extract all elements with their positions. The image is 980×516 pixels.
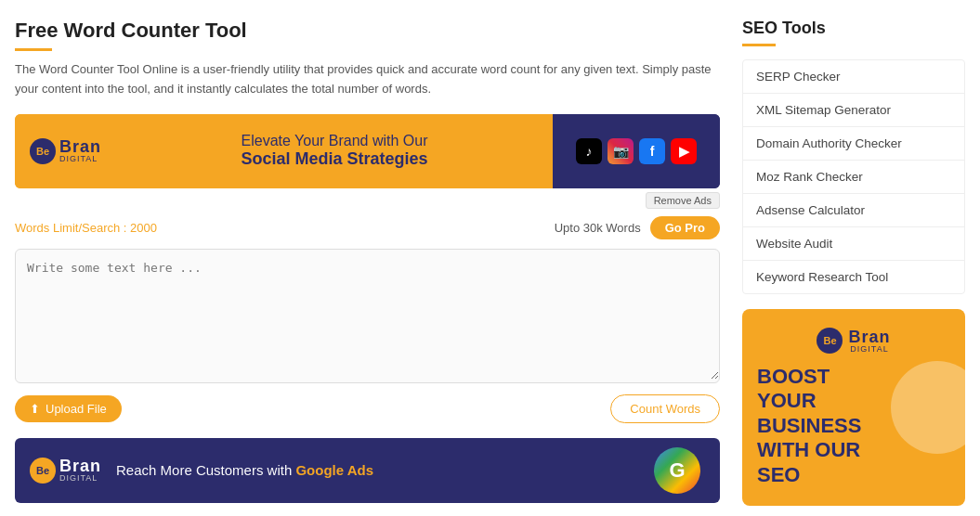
sidebar-item-domain[interactable]: Domain Authority Checker <box>743 127 964 161</box>
sidebar: SEO Tools SERP Checker XML Sitemap Gener… <box>742 19 965 506</box>
banner-logo-text: Bran DIGITAL <box>59 138 101 163</box>
count-words-button[interactable]: Count Words <box>610 394 720 423</box>
upload-label: Upload File <box>46 402 107 416</box>
sidebar-item-keyword[interactable]: Keyword Research Tool <box>743 261 964 293</box>
bottom-banner-ad: Be Bran DIGITAL Reach More Customers wit… <box>15 438 720 503</box>
words-limit-label: Words Limit/Search : 2000 <box>15 221 157 235</box>
sidebar-item-xml[interactable]: XML Sitemap Generator <box>743 94 964 127</box>
sidebar-underline <box>742 44 776 46</box>
page-description: The Word Counter Tool Online is a user-f… <box>15 60 720 99</box>
tiktok-icon: ♪ <box>576 138 602 164</box>
bottom-banner-text: Reach More Customers with Google Ads <box>116 462 373 478</box>
banner-social-icons: ♪ 📷 f ▶ <box>568 131 704 172</box>
banner-logo-area: Be Bran DIGITAL <box>15 114 116 188</box>
google-ads-icon: G <box>654 447 700 494</box>
bottom-text-before: Reach More Customers with <box>116 462 295 478</box>
sidebar-item-serp[interactable]: SERP Checker <box>743 60 964 94</box>
banner-right: ♪ 📷 f ▶ <box>553 114 720 188</box>
pro-area: Upto 30k Words Go Pro <box>555 216 720 239</box>
bottom-logo-text-area: Bran DIGITAL <box>59 458 101 483</box>
headline-line5: SEO <box>757 463 950 487</box>
sidebar-title: SEO Tools <box>742 19 965 38</box>
bottom-banner-logo: Be Bran DIGITAL <box>30 458 101 484</box>
banner-text2: Social Media Strategies <box>241 149 427 169</box>
sidebar-item-moz[interactable]: Moz Rank Checker <box>743 161 964 194</box>
page-layout: Free Word Counter Tool The Word Counter … <box>0 0 980 516</box>
banner-text1: Elevate Your Brand with Our <box>242 133 428 149</box>
sidebar-item-audit[interactable]: Website Audit <box>743 227 964 261</box>
upload-file-button[interactable]: ⬆ Upload File <box>15 395 122 422</box>
remove-ads-button[interactable]: Remove Ads <box>646 192 720 209</box>
go-pro-button[interactable]: Go Pro <box>650 216 720 239</box>
page-title: Free Word Counter Tool <box>15 19 720 43</box>
bottom-banner-icon: G <box>649 443 705 498</box>
top-banner-ad: Be Bran DIGITAL Elevate Your Brand with … <box>15 114 720 188</box>
upto-label: Upto 30k Words <box>555 221 641 235</box>
tool-bar: Words Limit/Search : 2000 Upto 30k Words… <box>15 216 720 239</box>
facebook-icon: f <box>639 138 665 164</box>
remove-ads-area: Remove Ads <box>15 192 720 209</box>
sidebar-ad-logo-text: Bran DIGITAL <box>848 329 890 354</box>
main-content: Free Word Counter Tool The Word Counter … <box>15 19 720 506</box>
bottom-text-bold: Google Ads <box>295 462 373 478</box>
text-input[interactable] <box>16 250 719 380</box>
banner-logo-circle: Be <box>30 138 56 164</box>
upload-icon: ⬆ <box>30 402 40 416</box>
buttons-row: ⬆ Upload File Count Words <box>15 394 720 423</box>
instagram-icon: 📷 <box>608 138 634 164</box>
youtube-icon: ▶ <box>671 138 697 164</box>
sidebar-ad: Be Bran DIGITAL BOOST YOUR BUSINESS WITH… <box>742 309 965 506</box>
sidebar-ad-logo-circle: Be <box>817 328 843 354</box>
title-underline <box>15 48 52 51</box>
sidebar-item-adsense[interactable]: Adsense Calculator <box>743 194 964 227</box>
sidebar-menu: SERP Checker XML Sitemap Generator Domai… <box>742 59 965 294</box>
bottom-logo-circle: Be <box>30 458 56 484</box>
banner-logo: Be Bran DIGITAL <box>30 138 101 164</box>
sidebar-ad-logo: Be Bran DIGITAL <box>757 328 950 354</box>
textarea-wrapper <box>15 249 720 383</box>
banner-center: Elevate Your Brand with Our Social Media… <box>116 114 553 188</box>
